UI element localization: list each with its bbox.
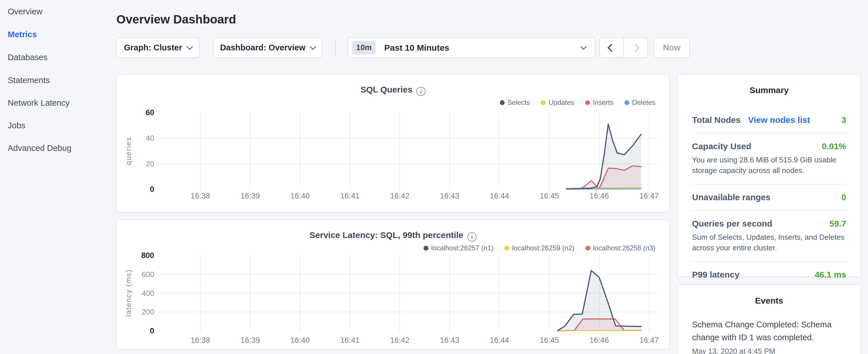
summary-row-capacity: Capacity Used 0.01%: [692, 141, 846, 151]
legend-dot: [585, 246, 590, 251]
legend-dot: [424, 246, 428, 251]
event-item-timestamp: May 13, 2020 at 4:45 PM: [692, 347, 846, 354]
sidebar-item-metrics[interactable]: Metrics: [8, 28, 37, 41]
info-icon[interactable]: i: [467, 232, 476, 242]
svg-text:16:41: 16:41: [340, 336, 360, 345]
legend-label: Deletes: [632, 99, 655, 106]
qps-value: 59.7: [830, 219, 846, 229]
legend-label: localhost:26259 (n2): [512, 244, 574, 252]
unavailable-ranges-label: Unavailable ranges: [692, 192, 770, 202]
sql-queries-chart-card: 16:3816:3916:4016:4116:4216:4316:4416:45…: [116, 74, 670, 213]
time-range-badge: 10m: [352, 41, 376, 55]
svg-text:16:44: 16:44: [490, 192, 509, 200]
view-nodes-list-link[interactable]: View nodes list: [748, 115, 810, 125]
svg-text:16:45: 16:45: [539, 336, 559, 345]
summary-row-total-nodes: Total Nodes View nodes list 3: [692, 115, 846, 125]
time-prev-button[interactable]: [600, 38, 624, 57]
chevron-down-icon: [310, 43, 316, 50]
svg-text:16:38: 16:38: [191, 336, 210, 345]
legend-label: localhost:26257 (n1): [431, 244, 493, 252]
chart-title-text: SQL Queries: [361, 85, 412, 94]
legend-dot: [504, 246, 509, 251]
now-button[interactable]: Now: [654, 37, 690, 58]
sidebar-item-advanced-debug[interactable]: Advanced Debug: [8, 142, 72, 154]
capacity-used-value: 0.01%: [822, 141, 846, 151]
svg-text:16:41: 16:41: [340, 192, 360, 200]
svg-text:16:44: 16:44: [490, 336, 509, 345]
divider: [692, 210, 846, 211]
event-item-text: Schema Change Completed: Schema change w…: [692, 318, 846, 344]
sidebar-item-statements[interactable]: Statements: [8, 74, 50, 87]
info-icon[interactable]: i: [416, 87, 426, 96]
time-step-buttons: [599, 37, 648, 58]
summary-row-p99: P99 latency 46.1 ms: [692, 270, 846, 280]
svg-text:16:47: 16:47: [639, 192, 659, 200]
svg-text:60: 60: [146, 108, 154, 117]
legend-label: Inserts: [593, 99, 614, 106]
svg-text:16:40: 16:40: [290, 192, 310, 200]
graph-dropdown-label: Graph: Cluster: [124, 43, 182, 53]
chart-title-text: Service Latency: SQL, 99th percentile: [309, 230, 463, 240]
sidebar-item-databases[interactable]: Databases: [8, 51, 48, 64]
unavailable-ranges-value: 0: [841, 192, 846, 202]
svg-text:400: 400: [142, 289, 154, 297]
chart-title: Service Latency: SQL, 99th percentilei: [117, 230, 669, 242]
svg-text:40: 40: [146, 134, 154, 142]
svg-text:16:42: 16:42: [390, 192, 409, 200]
svg-text:queries: queries: [124, 137, 133, 165]
chart-title: SQL Queriesi: [117, 85, 669, 96]
sidebar-item-network-latency[interactable]: Network Latency: [8, 97, 70, 109]
sidebar-item-overview[interactable]: Overview: [8, 5, 42, 18]
svg-text:16:38: 16:38: [191, 192, 210, 200]
legend-item: Inserts: [585, 99, 614, 106]
legend-label: Updates: [549, 99, 574, 106]
svg-text:16:42: 16:42: [390, 336, 409, 345]
svg-text:600: 600: [142, 270, 154, 279]
chart-legend: localhost:26257 (n1)localhost:26259 (n2)…: [424, 244, 655, 252]
events-title: Events: [678, 296, 861, 305]
legend-dot: [624, 100, 629, 105]
chevron-down-icon: [186, 43, 193, 50]
summary-title: Summary: [678, 85, 861, 95]
legend-label: Selects: [507, 99, 530, 106]
summary-panel: Summary Total Nodes View nodes list 3 Ca…: [677, 74, 861, 277]
summary-row-qps: Queries per second 59.7: [692, 219, 846, 229]
dashboard-dropdown-label: Dashboard: Overview: [220, 43, 306, 53]
divider: [692, 133, 846, 133]
legend-item: localhost:26257 (n1): [424, 244, 493, 252]
toolbar-divider: [335, 38, 336, 57]
legend-dot: [500, 100, 505, 105]
graph-dropdown[interactable]: Graph: Cluster: [116, 37, 199, 58]
svg-text:0: 0: [150, 185, 154, 194]
dashboard-dropdown[interactable]: Dashboard: Overview: [213, 37, 322, 58]
svg-text:16:43: 16:43: [440, 192, 459, 200]
svg-text:0: 0: [150, 326, 154, 335]
divider: [692, 184, 846, 185]
chevron-left-icon: [608, 43, 616, 52]
qps-description: Sum of Selects, Updates, Inserts, and De…: [692, 232, 846, 253]
divider: [692, 261, 846, 262]
svg-text:16:45: 16:45: [539, 192, 559, 200]
p99-latency-label: P99 latency: [692, 270, 739, 280]
svg-text:16:40: 16:40: [290, 336, 310, 345]
svg-text:16:43: 16:43: [440, 336, 459, 345]
sidebar: OverviewMetricsDatabasesStatementsNetwor…: [0, 0, 112, 354]
total-nodes-label: Total Nodes: [692, 115, 741, 125]
legend-item: Deletes: [624, 99, 655, 106]
chevron-down-icon: [580, 43, 587, 50]
capacity-used-label: Capacity Used: [692, 141, 751, 151]
time-range-dropdown[interactable]: 10m Past 10 Minutes: [348, 37, 595, 58]
time-next-button[interactable]: [624, 38, 647, 57]
page-title: Overview Dashboard: [116, 12, 236, 26]
sidebar-item-jobs[interactable]: Jobs: [8, 119, 25, 132]
svg-text:16:47: 16:47: [639, 336, 659, 345]
total-nodes-value: 3: [841, 115, 846, 125]
chart-legend: SelectsUpdatesInsertsDeletes: [500, 99, 656, 106]
p99-latency-value: 46.1 ms: [815, 270, 846, 280]
svg-text:800: 800: [141, 251, 154, 260]
qps-label: Queries per second: [692, 219, 772, 229]
legend-item: localhost:26258 (n3): [585, 244, 655, 252]
service-latency-chart-card: 16:3816:3916:4016:4116:4216:4316:4416:45…: [116, 219, 670, 350]
svg-text:latency (ms): latency (ms): [124, 269, 133, 317]
events-panel: Events Schema Change Completed: Schema c…: [677, 284, 861, 354]
